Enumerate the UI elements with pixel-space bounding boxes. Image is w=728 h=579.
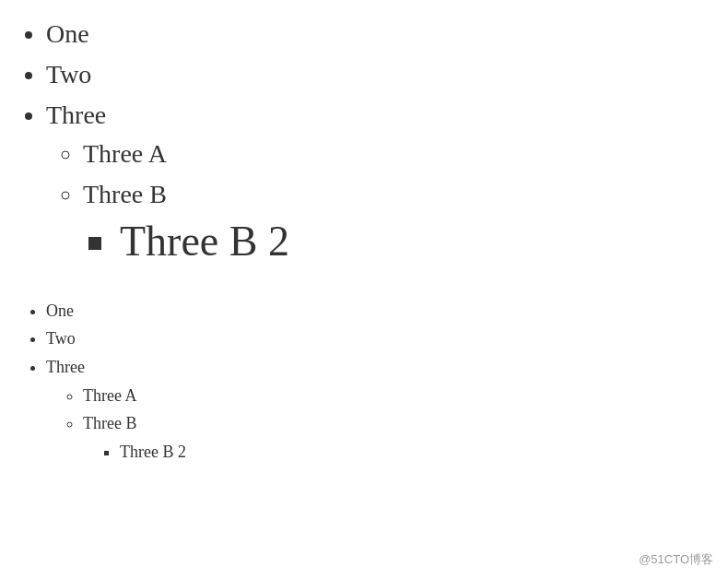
list-item: Three Three A Three B Three B 2 [46, 353, 710, 466]
subsub-list-item: Three B 2 [120, 438, 710, 467]
list-item: Three Three A Three B Three B 2 [46, 96, 710, 269]
item-label: Two [46, 60, 91, 89]
sub-item-label: Three A [83, 386, 136, 405]
small-list: One Two Three Three A Three B Three B 2 [18, 297, 710, 467]
subsub-list: Three B 2 [83, 438, 710, 467]
sub-list-item: Three A [83, 382, 710, 410]
sub-item-label: Three A [83, 139, 167, 168]
item-label: Three [46, 358, 85, 376]
item-label: One [46, 19, 89, 48]
list-item: Two [46, 325, 710, 353]
list-item: One [46, 297, 710, 325]
list-item: One [46, 15, 710, 53]
sub-list-item: Three B Three B 2 [83, 409, 710, 466]
sub-list: Three A Three B Three B 2 [46, 382, 710, 467]
list-item: Two [46, 55, 710, 94]
subsub-item-label: Three B 2 [120, 218, 289, 265]
sub-item-label: Three B [83, 180, 167, 208]
subsub-list-item: Three B 2 [120, 214, 710, 269]
item-label: One [46, 301, 74, 320]
sub-item-label: Three B [83, 414, 136, 432]
large-list: One Two Three Three A Three B Three B 2 [18, 15, 710, 269]
subsub-item-label: Three B 2 [120, 443, 186, 461]
item-label: Two [46, 329, 76, 348]
sub-list-item: Three B Three B 2 [83, 175, 710, 269]
sub-list: Three A Three B Three B 2 [46, 135, 710, 269]
subsub-list: Three B 2 [83, 214, 710, 269]
sub-list-item: Three A [83, 135, 710, 173]
item-label: Three [46, 100, 106, 129]
watermark-label: @51CTO博客 [639, 551, 713, 568]
